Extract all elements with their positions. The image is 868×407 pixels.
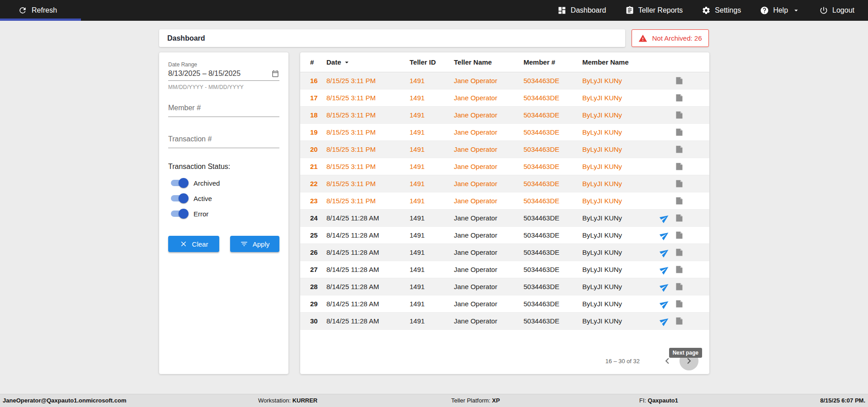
row-date: 8/15/25 3:11 PM: [326, 128, 410, 136]
nav-help[interactable]: Help: [760, 0, 800, 21]
note-icon[interactable]: [675, 248, 684, 257]
row-member-name: ByLyJI KUNy: [582, 145, 648, 153]
table-row: 24 8/14/25 11:28 AM 1491 Jane Operator 5…: [300, 210, 709, 227]
current-datetime: 8/15/25 6:07 PM.: [820, 394, 865, 407]
col-teller-id: Teller ID: [410, 58, 454, 66]
row-date: 8/15/25 3:11 PM: [326, 180, 410, 187]
help-icon: [760, 6, 769, 15]
member-number-input[interactable]: [168, 104, 279, 117]
row-date: 8/15/25 3:11 PM: [326, 145, 410, 153]
row-teller-id: 1491: [410, 266, 454, 273]
row-teller-name: Jane Operator: [454, 145, 524, 153]
col-number: #: [310, 58, 326, 66]
table-row: 19 8/15/25 3:11 PM 1491 Jane Operator 50…: [300, 124, 709, 141]
row-date: 8/14/25 11:28 AM: [326, 266, 410, 273]
gear-icon: [702, 6, 711, 15]
row-number: 22: [310, 180, 326, 187]
row-teller-name: Jane Operator: [454, 128, 524, 136]
active-toggle[interactable]: [171, 195, 187, 202]
row-teller-id: 1491: [410, 77, 454, 84]
pagination-range-label: 16 – 30 of 32: [605, 358, 640, 365]
send-icon[interactable]: [660, 230, 670, 240]
row-teller-name: Jane Operator: [454, 214, 524, 222]
note-icon[interactable]: [675, 282, 684, 291]
send-icon[interactable]: [660, 248, 670, 257]
nav-dashboard[interactable]: Dashboard: [557, 0, 606, 21]
col-date[interactable]: Date: [326, 58, 410, 66]
row-member-name: ByLyJI KUNy: [582, 77, 648, 84]
row-teller-id: 1491: [410, 94, 454, 102]
note-icon[interactable]: [675, 316, 684, 326]
row-teller-id: 1491: [410, 317, 454, 325]
row-teller-id: 1491: [410, 300, 454, 308]
row-teller-id: 1491: [410, 248, 454, 256]
send-icon[interactable]: [660, 282, 670, 291]
row-number: 27: [310, 266, 326, 273]
row-teller-name: Jane Operator: [454, 163, 524, 170]
refresh-label: Refresh: [32, 6, 57, 14]
col-member-number: Member #: [524, 58, 582, 66]
note-icon[interactable]: [675, 93, 684, 103]
note-icon[interactable]: [675, 213, 684, 223]
row-member-name: ByLyJI KUNy: [582, 248, 648, 256]
filter-panel: Date Range MM/DD/YYYY - MM/DD/YYYY Trans…: [159, 52, 288, 374]
row-member-number: 5034463DE: [524, 248, 582, 256]
row-member-number: 5034463DE: [524, 317, 582, 325]
note-icon[interactable]: [675, 76, 684, 85]
active-tab-indicator: [0, 19, 81, 21]
nav-logout[interactable]: Logout: [819, 0, 854, 21]
nav-help-label: Help: [773, 6, 788, 14]
note-icon[interactable]: [675, 110, 684, 120]
table-row: 22 8/15/25 3:11 PM 1491 Jane Operator 50…: [300, 175, 709, 192]
calendar-icon[interactable]: [271, 70, 279, 78]
row-teller-id: 1491: [410, 180, 454, 187]
clear-button[interactable]: Clear: [168, 236, 219, 252]
note-icon[interactable]: [675, 230, 684, 240]
table-row: 29 8/14/25 11:28 AM 1491 Jane Operator 5…: [300, 295, 709, 313]
row-number: 19: [310, 128, 326, 136]
send-icon[interactable]: [660, 213, 670, 223]
archived-toggle[interactable]: [171, 179, 187, 187]
row-member-number: 5034463DE: [524, 231, 582, 239]
nav-dashboard-label: Dashboard: [571, 6, 606, 14]
row-teller-name: Jane Operator: [454, 111, 524, 119]
table-row: 20 8/15/25 3:11 PM 1491 Jane Operator 50…: [300, 141, 709, 158]
note-icon[interactable]: [675, 127, 684, 137]
note-icon[interactable]: [675, 265, 684, 274]
row-member-number: 5034463DE: [524, 197, 582, 205]
nav-teller-reports[interactable]: Teller Reports: [625, 0, 683, 21]
teller-platform-info: Teller Platform: XP: [451, 394, 500, 407]
refresh-button[interactable]: Refresh: [0, 0, 57, 21]
row-date: 8/14/25 11:28 AM: [326, 317, 410, 325]
send-icon[interactable]: [660, 316, 670, 326]
apply-button[interactable]: Apply: [230, 236, 279, 252]
warning-triangle-icon: [638, 34, 647, 43]
nav-settings-label: Settings: [715, 6, 741, 14]
chevron-down-icon: [792, 6, 800, 14]
note-icon[interactable]: [675, 179, 684, 188]
row-member-number: 5034463DE: [524, 145, 582, 153]
row-teller-id: 1491: [410, 111, 454, 119]
transaction-number-input[interactable]: [168, 135, 279, 148]
row-member-name: ByLyJI KUNy: [582, 266, 648, 273]
send-icon[interactable]: [660, 299, 670, 309]
table-row: 16 8/15/25 3:11 PM 1491 Jane Operator 50…: [300, 72, 709, 89]
not-archived-badge[interactable]: Not Archived: 26: [632, 29, 709, 47]
note-icon[interactable]: [675, 145, 684, 154]
note-icon[interactable]: [675, 299, 684, 309]
row-teller-id: 1491: [410, 145, 454, 153]
table-row: 18 8/15/25 3:11 PM 1491 Jane Operator 50…: [300, 107, 709, 124]
note-icon[interactable]: [675, 162, 684, 171]
error-toggle[interactable]: [171, 210, 187, 217]
col-teller-name: Teller Name: [454, 58, 524, 66]
top-navigation: Dashboard Teller Reports Settings Help: [557, 0, 868, 21]
row-member-number: 5034463DE: [524, 111, 582, 119]
row-date: 8/15/25 3:11 PM: [326, 77, 410, 84]
row-teller-name: Jane Operator: [454, 283, 524, 290]
table-row: 28 8/14/25 11:28 AM 1491 Jane Operator 5…: [300, 278, 709, 295]
nav-settings[interactable]: Settings: [702, 0, 741, 21]
send-icon[interactable]: [660, 265, 670, 274]
table-row: 17 8/15/25 3:11 PM 1491 Jane Operator 50…: [300, 89, 709, 107]
date-range-input[interactable]: [168, 70, 271, 78]
note-icon[interactable]: [675, 196, 684, 206]
